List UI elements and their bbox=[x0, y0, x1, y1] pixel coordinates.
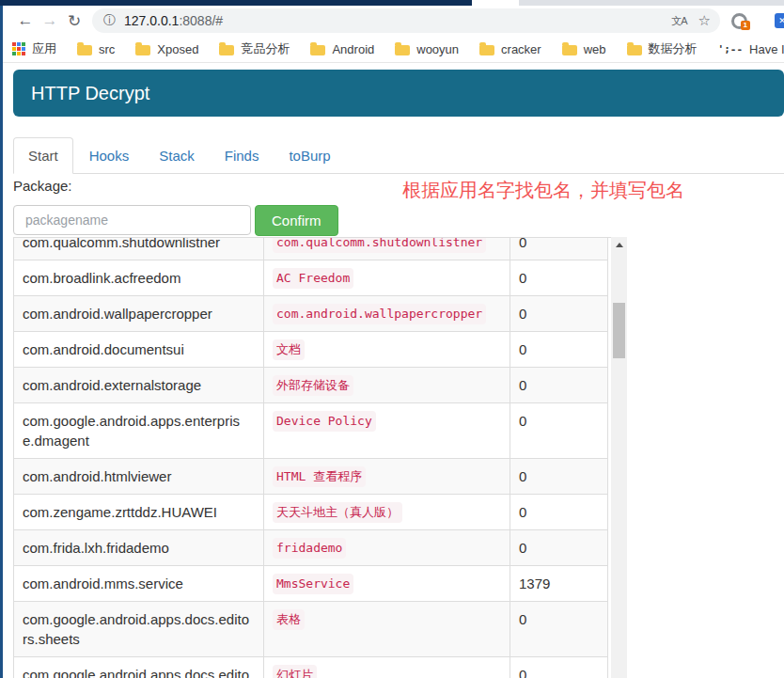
cell-package-id: com.zengame.zrttddz.HUAWEI bbox=[14, 495, 263, 529]
cell-package-id: com.android.htmlviewer bbox=[14, 459, 263, 494]
pwned-favicon: ';-- bbox=[718, 43, 744, 55]
package-table: com.qualcomm.shutdownlistner com.qualcom… bbox=[13, 237, 627, 678]
bookmark-folder[interactable]: web bbox=[562, 40, 606, 57]
page-info-icon[interactable]: ⓘ bbox=[103, 12, 116, 29]
cell-app-name: 外部存储设备 bbox=[263, 368, 510, 402]
apps-shortcut[interactable]: 应用 bbox=[12, 40, 56, 57]
cell-count: 0 bbox=[510, 368, 607, 402]
app-name-chip: 天天斗地主（真人版） bbox=[273, 502, 402, 523]
app-name-chip: com.android.wallpapercropper bbox=[273, 304, 486, 324]
folder-icon bbox=[310, 45, 325, 55]
scrollbar-thumb[interactable] bbox=[613, 303, 625, 358]
bookmark-folder[interactable]: Xposed bbox=[135, 40, 198, 57]
bookmark-label: 竞品分析 bbox=[241, 40, 290, 57]
tab-start[interactable]: Start bbox=[13, 137, 73, 174]
app-name-chip: Device Policy bbox=[273, 411, 376, 432]
cell-app-name: 天天斗地主（真人版） bbox=[263, 495, 510, 529]
table-row: com.android.externalstorage 外部存储设备 0 bbox=[14, 368, 607, 403]
bookmark-folder[interactable]: Android bbox=[310, 40, 374, 57]
app-header: HTTP Decrypt bbox=[13, 70, 784, 117]
cell-app-name: 文档 bbox=[263, 332, 510, 367]
bookmark-star-icon[interactable]: ☆ bbox=[698, 12, 711, 29]
bookmark-label: src bbox=[99, 42, 115, 56]
table-row: com.qualcomm.shutdownlistner com.qualcom… bbox=[14, 237, 607, 260]
app-name-chip: 文档 bbox=[273, 339, 305, 360]
cell-app-name: com.qualcomm.shutdownlistner bbox=[263, 237, 510, 260]
bookmark-label: web bbox=[584, 42, 606, 56]
bookmark-folder[interactable]: src bbox=[77, 40, 115, 57]
table-row: com.android.htmlviewer HTML 查看程序 0 bbox=[14, 459, 607, 495]
cell-count: 0 bbox=[510, 602, 607, 656]
hint-text: 根据应用名字找包名，并填写包名 bbox=[402, 178, 684, 203]
cell-app-name: 幻灯片 bbox=[263, 657, 510, 678]
pwned-bookmark[interactable]: ';-- Have I been pwn bbox=[718, 42, 784, 56]
url-text[interactable]: 127.0.0.1:8088/# bbox=[124, 13, 666, 28]
scroll-up-icon bbox=[616, 243, 623, 247]
cell-app-name: Device Policy bbox=[263, 403, 510, 458]
tab-hooks[interactable]: Hooks bbox=[75, 138, 144, 173]
table-row: com.android.documentsui 文档 0 bbox=[14, 332, 607, 368]
confirm-button[interactable]: Confirm bbox=[255, 205, 338, 236]
tab-finds[interactable]: Finds bbox=[211, 138, 274, 173]
table-row: com.android.mms.service MmsService 1379 bbox=[14, 566, 607, 602]
cell-package-id: com.qualcomm.shutdownlistner bbox=[14, 237, 263, 260]
browser-toolbar: ← → ↻ ⓘ 127.0.0.1:8088/# 文A ☆ 1 ✕ bbox=[0, 6, 784, 36]
back-icon[interactable]: ← bbox=[13, 11, 38, 30]
app-name-chip: com.qualcomm.shutdownlistner bbox=[273, 237, 486, 253]
bookmark-label: wooyun bbox=[416, 42, 459, 56]
bookmark-folder[interactable]: 数据分析 bbox=[627, 40, 698, 57]
app-name-chip: fridademo bbox=[273, 538, 346, 559]
app-name-chip: HTML 查看程序 bbox=[273, 466, 366, 487]
url-rest: :8088/# bbox=[179, 13, 223, 28]
cell-count: 0 bbox=[510, 296, 607, 331]
tab-toburp[interactable]: toBurp bbox=[274, 138, 344, 173]
folder-icon bbox=[77, 45, 92, 55]
folder-icon bbox=[562, 45, 577, 55]
app-name-chip: 外部存储设备 bbox=[273, 375, 353, 396]
cell-package-id: com.google.android.apps.docs.editors.she… bbox=[14, 602, 263, 656]
page-content: HTTP Decrypt Start Hooks Stack Finds toB… bbox=[3, 64, 784, 678]
extension-badge: 1 bbox=[741, 21, 750, 30]
pwned-label: Have I been pwn bbox=[749, 42, 784, 56]
cell-app-name: fridademo bbox=[263, 530, 510, 565]
app-name-chip: AC Freedom bbox=[273, 268, 353, 289]
package-label: Package: bbox=[13, 178, 72, 194]
cell-package-id: com.android.documentsui bbox=[14, 332, 263, 367]
apps-label: 应用 bbox=[32, 40, 56, 57]
table-row: com.frida.lxh.fridademo fridademo 0 bbox=[14, 530, 607, 566]
table-scrollbar[interactable] bbox=[611, 237, 627, 678]
bookmark-label: 数据分析 bbox=[649, 40, 698, 57]
reload-icon[interactable]: ↻ bbox=[62, 11, 86, 31]
extension-icon[interactable]: 1 bbox=[731, 13, 747, 29]
omnibox[interactable]: ⓘ 127.0.0.1:8088/# 文A ☆ bbox=[92, 8, 720, 33]
scrollbar-up-button[interactable] bbox=[611, 237, 627, 253]
cell-count: 0 bbox=[510, 530, 607, 565]
bookmark-folder[interactable]: 竞品分析 bbox=[219, 40, 290, 57]
tab-list: Start Hooks Stack Finds toBurp bbox=[13, 139, 784, 173]
table-row: com.google.android.apps.docs.editors.sli… bbox=[14, 657, 607, 678]
app-name-chip: 表格 bbox=[273, 609, 305, 630]
bookmark-folder[interactable]: wooyun bbox=[395, 40, 459, 57]
package-input[interactable] bbox=[13, 205, 251, 235]
translate-icon[interactable]: 文A bbox=[671, 14, 686, 28]
screen: ← → ↻ ⓘ 127.0.0.1:8088/# 文A ☆ 1 ✕ 应用 src bbox=[0, 0, 784, 678]
forward-icon[interactable]: → bbox=[38, 11, 62, 30]
folder-icon bbox=[395, 45, 410, 55]
folder-icon bbox=[135, 45, 150, 55]
tab-stack[interactable]: Stack bbox=[145, 138, 209, 173]
extension-x-icon[interactable]: ✕ bbox=[775, 13, 784, 28]
cell-app-name: MmsService bbox=[263, 566, 510, 601]
app-name-chip: 幻灯片 bbox=[273, 665, 317, 678]
cell-count: 0 bbox=[510, 459, 607, 494]
tab-bar: Start Hooks Stack Finds toBurp bbox=[13, 139, 784, 174]
window-left-border bbox=[0, 6, 3, 678]
cell-count: 0 bbox=[510, 657, 607, 678]
bookmark-folder[interactable]: cracker bbox=[479, 40, 541, 57]
apps-grid-icon bbox=[12, 42, 25, 55]
cell-app-name: AC Freedom bbox=[263, 260, 510, 295]
cell-app-name: com.android.wallpapercropper bbox=[263, 296, 510, 331]
cell-package-id: com.android.externalstorage bbox=[14, 368, 263, 402]
cell-package-id: com.frida.lxh.fridademo bbox=[14, 530, 263, 565]
folder-icon bbox=[219, 45, 234, 55]
page-title: HTTP Decrypt bbox=[31, 70, 784, 117]
